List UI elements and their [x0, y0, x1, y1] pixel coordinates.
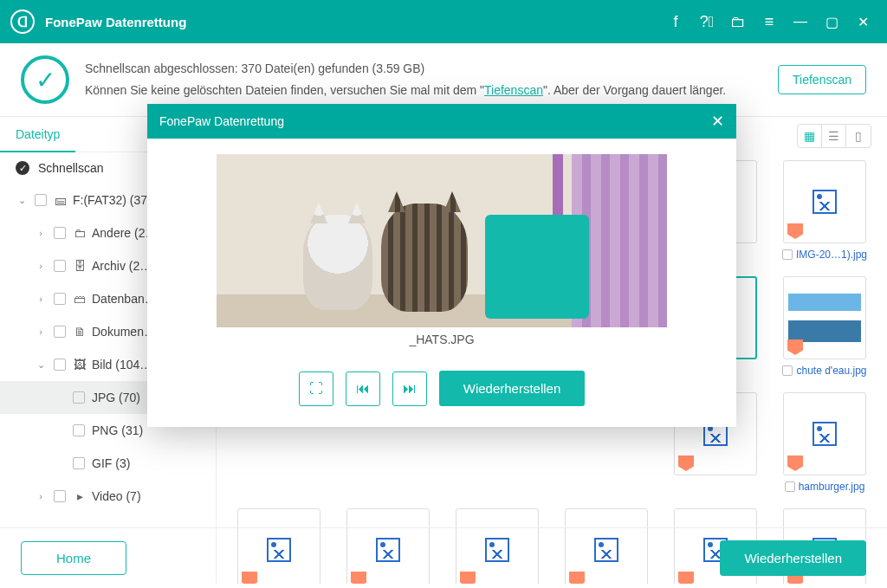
app-logo: ᗡ: [10, 10, 35, 34]
checkbox[interactable]: [54, 227, 66, 239]
preview-filename: _HATS.JPG: [217, 333, 667, 346]
checkbox[interactable]: [785, 481, 795, 492]
maximize-icon[interactable]: ▢: [818, 8, 845, 36]
minimize-icon[interactable]: —: [787, 8, 814, 36]
dialog-title: FonePaw Datenrettung: [159, 114, 284, 128]
video-icon: ▸: [73, 489, 87, 503]
checkbox[interactable]: [54, 326, 66, 338]
checkbox[interactable]: [54, 293, 66, 305]
preview-image: [217, 154, 667, 327]
dialog-recover-button[interactable]: Wiederherstellen: [439, 371, 586, 406]
recover-button[interactable]: Wiederherstellen: [720, 540, 866, 576]
check-dot-icon: ✓: [16, 161, 29, 175]
document-icon: 🗎: [73, 325, 87, 339]
thumbnail-card[interactable]: IMG-20…1).jpg: [780, 160, 870, 261]
menu-icon[interactable]: ≡: [755, 8, 783, 36]
list-view-icon[interactable]: ☰: [822, 125, 846, 147]
drive-icon: 🖴: [54, 193, 68, 207]
scan-result-text: Schnellscan abgeschlossen: 370 Datei(en)…: [85, 58, 778, 80]
view-switch: ▦ ☰ ▯: [797, 124, 871, 148]
checkbox[interactable]: [73, 457, 85, 469]
detail-view-icon[interactable]: ▯: [846, 125, 871, 147]
facebook-icon[interactable]: f: [662, 8, 690, 36]
home-button[interactable]: Home: [21, 541, 126, 575]
checkbox[interactable]: [54, 490, 66, 502]
checkbox[interactable]: [35, 194, 47, 206]
checkbox[interactable]: [782, 365, 793, 376]
database-icon: 🗃: [73, 292, 87, 306]
chevron-down-icon[interactable]: ⌄: [35, 359, 47, 371]
checkbox[interactable]: [73, 424, 85, 436]
thumbnail-card[interactable]: hamburger.jpg: [780, 392, 870, 493]
checkbox[interactable]: [54, 359, 66, 371]
prev-icon[interactable]: ⏮: [346, 372, 380, 406]
thumbnail-card[interactable]: chute d'eau.jpg: [780, 276, 870, 377]
deep-scan-link[interactable]: Tiefenscan: [484, 83, 543, 97]
archive-icon: 🗄: [73, 259, 87, 273]
chevron-right-icon[interactable]: ›: [35, 326, 47, 337]
close-icon[interactable]: ✕: [711, 112, 724, 131]
tree-gif[interactable]: GIF (3): [0, 447, 216, 480]
chevron-right-icon[interactable]: ›: [35, 294, 47, 304]
save-icon[interactable]: 🗀: [724, 8, 752, 36]
check-icon: ✓: [21, 55, 69, 104]
fullscreen-icon[interactable]: ⛶: [299, 372, 333, 406]
checkbox[interactable]: [54, 260, 66, 272]
folder-icon: 🗀: [73, 226, 87, 240]
titlebar: ᗡ FonePaw Datenrettung f ?⃝ 🗀 ≡ — ▢ ✕: [0, 0, 887, 43]
close-icon[interactable]: ✕: [849, 8, 877, 36]
tab-filetype[interactable]: Dateityp: [0, 117, 75, 152]
chevron-down-icon[interactable]: ⌄: [16, 195, 28, 206]
thumbnail-label: hamburger.jpg: [799, 481, 865, 493]
image-icon: 🖼: [73, 358, 87, 372]
preview-dialog: FonePaw Datenrettung ✕ _HATS.JPG ⛶ ⏮ ⏭ W…: [147, 104, 736, 427]
grid-view-icon[interactable]: ▦: [798, 125, 822, 147]
tree-video[interactable]: › ▸ Video (7): [0, 480, 216, 513]
checkbox[interactable]: [782, 249, 793, 260]
deep-scan-button[interactable]: Tiefenscan: [778, 65, 866, 94]
checkbox[interactable]: [73, 391, 85, 404]
thumbnail-label: chute d'eau.jpg: [796, 365, 866, 377]
thumbnail-label: IMG-20…1).jpg: [796, 249, 867, 261]
chevron-right-icon[interactable]: ›: [35, 261, 47, 271]
help-icon[interactable]: ?⃝: [693, 8, 721, 36]
chevron-right-icon[interactable]: ›: [35, 228, 47, 238]
chevron-right-icon[interactable]: ›: [35, 491, 47, 501]
next-icon[interactable]: ⏭: [392, 372, 427, 406]
app-title: FonePaw Datenrettung: [45, 15, 658, 29]
footer: Home Wiederherstellen: [0, 527, 887, 588]
